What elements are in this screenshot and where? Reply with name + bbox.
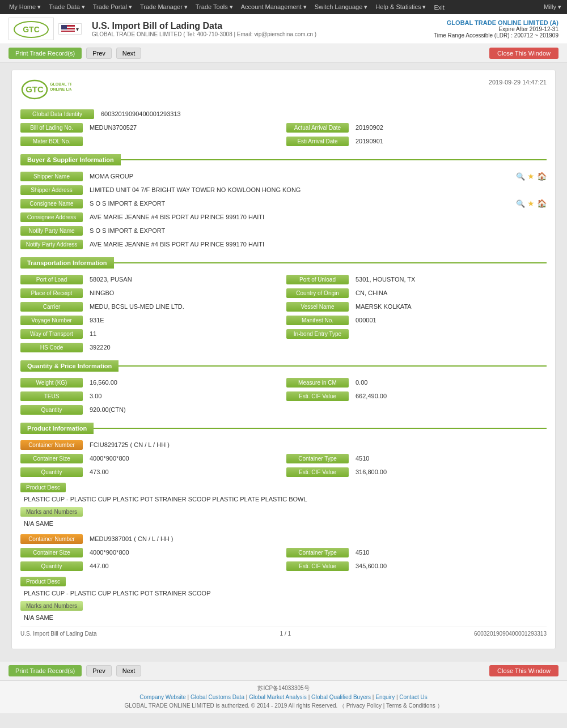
quantity-label: Quantity [20,405,83,415]
weight-measure-row: Weight (KG) 16,560.00 Measure in CM 0.00 [20,377,547,388]
footer-link-company[interactable]: Company Website [139,694,186,700]
header-bar: GTC ▾ U.S. Import Bill of Lading Data GL… [0,14,567,44]
notify-name-value: S O S IMPORT & EXPORT [86,225,547,236]
marks-1-value: N/A SAME [20,519,547,528]
transportation-line [114,262,547,263]
consignee-name-value: S O S IMPORT & EXPORT [86,198,510,208]
shipper-icons: 🔍 ★ 🏠 [516,172,547,181]
footer-link-enquiry[interactable]: Enquiry [375,694,395,700]
marks-2-label: Marks and Numbers [20,601,83,611]
port-unload-item: Port of Unload 5301, HOUSTON, TX [286,274,547,284]
shipper-star-icon[interactable]: ★ [527,172,535,181]
global-identity-value: 60032019090400001293313 [98,109,547,119]
container-1-cif-value: 316,800.00 [352,467,547,477]
svg-text:ONLINE LIMITED: ONLINE LIMITED [50,87,71,91]
teus-cif-row: TEUS 3.00 Esti. CIF Value 662,490.00 [20,391,547,401]
close-button-bottom[interactable]: Close This Window [489,665,558,676]
footer-record-label: U.S. Import Bill of Lading Data [20,631,97,637]
carrier-vessel-row: Carrier MEDU, BCSL US-MED LINE LTD. Vess… [20,301,547,312]
record-card: GTC GLOBAL TRADE ONLINE LIMITED 2019-09-… [11,70,556,649]
container-1-number-label: Container Number [20,440,83,450]
close-button-top[interactable]: Close This Window [489,48,558,59]
consignee-star-icon[interactable]: ★ [527,199,535,208]
page-title: U.S. Import Bill of Lading Data [92,21,316,31]
nav-myhome[interactable]: My Home ▾ [6,2,44,12]
container-2-qty-value: 447.00 [86,561,281,571]
top-nav: My Home ▾ Trade Data ▾ Trade Portal ▾ Tr… [0,0,567,14]
manifest-item: Manifest No. 000001 [286,315,547,325]
weight-value: 16,560.00 [86,377,281,388]
footer-links: Company Website | Global Customs Data | … [11,694,556,700]
container-1-qty-cif-row: Quantity 473.00 Esti. CIF Value 316,800.… [20,467,547,477]
consignee-name-label: Consignee Name [20,199,83,208]
print-button-bottom[interactable]: Print Trade Record(s) [9,665,82,676]
prev-button-top[interactable]: Prev [86,48,112,59]
esti-arrival-value: 20190901 [352,136,547,146]
footer-link-market[interactable]: Global Market Analysis [249,694,307,700]
nav-tradetools[interactable]: Trade Tools ▾ [192,2,236,12]
footer-link-customs[interactable]: Global Customs Data [191,694,244,700]
container-1-size-value: 4000*900*800 [86,453,281,463]
inbond-item: In-bond Entry Type [286,329,547,339]
materbol-value [86,139,281,143]
footer-link-contact[interactable]: Contact Us [399,694,427,700]
container-1-type-value: 4510 [352,453,547,463]
carrier-label: Carrier [20,302,83,312]
print-button-top[interactable]: Print Trade Record(s) [9,48,82,59]
port-unload-label: Port of Unload [286,275,349,284]
nav-exit[interactable]: Exit [430,3,447,12]
consignee-search-icon[interactable]: 🔍 [516,199,525,208]
gtc-logo: GTC [9,18,54,40]
origin-value: CN, CHINA [352,288,547,298]
port-load-label: Port of Load [20,275,83,284]
transport-label: Way of Transport [20,329,83,339]
next-button-top[interactable]: Next [116,48,142,59]
port-load-value: 58023, PUSAN [86,274,281,284]
product-info-line [94,428,547,429]
record-header: GTC GLOBAL TRADE ONLINE LIMITED 2019-09-… [20,79,547,102]
transport-value: 11 [86,329,281,339]
quantity-price-line [119,365,547,367]
shipper-name-value: MOMA GROUP [86,171,510,181]
nav-trademanager[interactable]: Trade Manager ▾ [137,2,191,12]
materbol-label: Mater BOL No. [20,137,83,146]
origin-label: Country of Origin [286,288,349,298]
nav-tradeportal[interactable]: Trade Portal ▾ [90,2,136,12]
container-1-type-item: Container Type 4510 [286,453,547,463]
quantity-price-header: Quantity & Price Information [20,360,547,372]
nav-tradedata[interactable]: Trade Data ▾ [45,2,88,12]
nav-switchlanguage[interactable]: Switch Language ▾ [311,2,371,12]
product-desc-1-value: PLASTIC CUP - PLASTIC CUP PLASTIC POT ST… [20,495,547,504]
buyer-supplier-title: Buyer & Supplier Information [20,154,121,165]
origin-item: Country of Origin CN, CHINA [286,288,547,298]
container-1-number-value: FCIU8291725 ( CN / L / HH ) [86,440,547,450]
footer-link-buyers[interactable]: Global Qualified Buyers [311,694,371,700]
shipper-home-icon[interactable]: 🏠 [537,172,547,181]
container-1-type-label: Container Type [286,454,349,463]
shipper-search-icon[interactable]: 🔍 [516,172,525,181]
svg-text:GTC: GTC [23,25,40,34]
product-info-section: Product Information Container Number FCI… [20,423,547,622]
consignee-home-icon[interactable]: 🏠 [537,199,547,208]
container-1: Container Number FCIU8291725 ( CN / L / … [20,440,547,528]
inbond-value [352,332,547,335]
container-2-cif-value: 345,600.00 [352,561,547,571]
prev-button-bottom[interactable]: Prev [86,665,112,676]
actual-arrival-right: Actual Arrival Date 20190902 [286,122,547,133]
carrier-item: Carrier MEDU, BCSL US-MED LINE LTD. [20,301,281,312]
materbol-left: Mater BOL No. [20,136,281,146]
global-identity-label: Global Data Identity [20,109,94,119]
receipt-origin-row: Place of Receipt NINGBO Country of Origi… [20,288,547,298]
hscode-label: HS Code [20,343,83,352]
nav-accountmanagement[interactable]: Account Management ▾ [238,2,310,12]
notify-address-label: Notify Party Address [20,240,83,249]
buyer-supplier-header: Buyer & Supplier Information [20,154,547,165]
next-button-bottom[interactable]: Next [116,665,142,676]
consignee-icons: 🔍 ★ 🏠 [516,199,547,208]
consignee-address-row: Consignee Address AVE MARIE JEANNE #4 BI… [20,212,547,222]
nav-helpstatistics[interactable]: Help & Statistics ▾ [372,2,429,12]
company-info: GLOBAL TRADE ONLINE LIMITED (A) Expire A… [434,19,558,39]
ldr-range: Time Range Accessible (LDR) : 200712 ~ 2… [434,32,558,39]
flag-dropdown[interactable]: ▾ [76,26,79,32]
notify-address-row: Notify Party Address AVE MARIE JEANNE #4… [20,239,547,249]
